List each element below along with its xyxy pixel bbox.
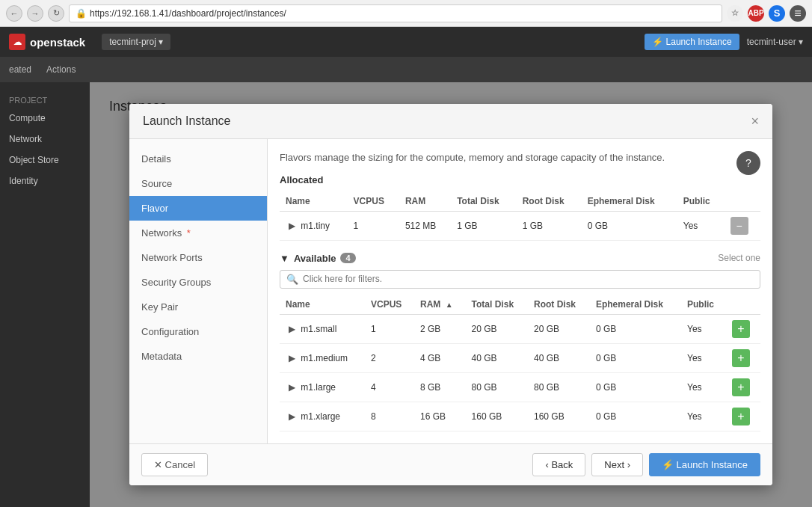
alloc-col-name: Name: [280, 191, 348, 212]
address-bar[interactable]: 🔒 https://192.168.1.41/dashboard/project…: [69, 4, 722, 22]
avail-total-disk: 20 GB: [466, 314, 528, 343]
launch-instance-button[interactable]: ⚡ Launch Instance: [649, 453, 760, 476]
nav-item-configuration[interactable]: Configuration: [129, 319, 267, 344]
avail-add-cell: +: [726, 402, 760, 431]
refresh-button[interactable]: ↻: [48, 5, 64, 22]
expand-button[interactable]: ▶: [286, 324, 298, 334]
sidebar-section-project: Project: [0, 90, 90, 108]
avail-col-name[interactable]: Name: [280, 295, 365, 315]
avail-name: ▶ m1.large: [280, 372, 365, 402]
add-button[interactable]: +: [732, 378, 750, 396]
alloc-col-ram: RAM: [399, 191, 451, 212]
table-row: ▶ m1.large 4 8 GB 80 GB 80 GB 0 GB Yes +: [280, 372, 760, 402]
modal-content: ? Flavors manage the sizing for the comp…: [268, 139, 772, 443]
user-menu[interactable]: tecmint-user ▾: [747, 37, 803, 47]
avail-root-disk: 80 GB: [528, 372, 590, 402]
chevron-down-icon: ▼: [280, 253, 289, 264]
remove-button[interactable]: −: [731, 217, 748, 235]
nav-item-source[interactable]: Source: [129, 171, 267, 196]
back-button[interactable]: ‹ Back: [532, 453, 585, 476]
next-button[interactable]: Next ›: [591, 453, 643, 476]
search-icon: 🔍: [286, 274, 298, 285]
add-button[interactable]: +: [732, 408, 750, 425]
main-area: Project Compute Network Object Store Ide…: [0, 82, 812, 507]
nav-item-flavor[interactable]: Flavor: [129, 196, 267, 221]
cancel-button[interactable]: ✕ Cancel: [141, 453, 208, 476]
avail-public: Yes: [681, 372, 726, 402]
avail-vcpus: 4: [365, 372, 414, 402]
project-selector[interactable]: tecmint-proj ▾: [102, 34, 170, 50]
modal: Launch Instance × Details Source Flavor …: [129, 104, 772, 485]
help-button[interactable]: ?: [736, 151, 760, 175]
avail-ram: 4 GB: [414, 343, 466, 372]
avail-name: ▶ m1.small: [280, 314, 365, 343]
avail-add-cell: +: [726, 372, 760, 402]
alloc-col-vcpus: VCPUS: [348, 191, 399, 212]
alloc-public: Yes: [677, 211, 725, 240]
alloc-col-total-disk: Total Disk: [451, 191, 517, 212]
filter-input[interactable]: [303, 274, 754, 284]
avail-ram: 2 GB: [414, 314, 466, 343]
expand-button[interactable]: ▶: [286, 411, 298, 422]
nav-item-details[interactable]: Details: [129, 147, 267, 171]
ram-sort-icon: ▲: [446, 301, 453, 309]
nav-item-security-groups[interactable]: Security Groups: [129, 270, 267, 295]
alloc-name: ▶ m1.tiny: [280, 211, 348, 240]
sidebar-item-object-store[interactable]: Object Store: [0, 150, 90, 170]
avail-public: Yes: [681, 314, 726, 343]
avail-ram: 16 GB: [414, 402, 466, 431]
modal-header: Launch Instance ×: [129, 104, 772, 139]
modal-close-button[interactable]: ×: [751, 114, 759, 128]
avail-total-disk: 160 GB: [466, 402, 528, 431]
avail-col-total-disk[interactable]: Total Disk: [466, 295, 528, 315]
flavor-description: Flavors manage the sizing for the comput…: [280, 151, 760, 165]
sidebar-item-compute[interactable]: Compute: [0, 108, 90, 129]
header-launch-button[interactable]: ⚡ Launch Instance: [645, 34, 739, 50]
nav-item-key-pair[interactable]: Key Pair: [129, 295, 267, 319]
subheader-created[interactable]: eated: [9, 61, 31, 78]
content-area: Instances Launch Instance × Details Sour…: [90, 82, 812, 507]
alloc-col-root-disk: Root Disk: [517, 191, 582, 212]
nav-item-networks[interactable]: Networks *: [129, 221, 267, 245]
menu-icon[interactable]: ≡: [790, 5, 806, 22]
expand-button[interactable]: ▶: [286, 221, 298, 231]
avail-col-root-disk[interactable]: Root Disk: [528, 295, 590, 315]
expand-button[interactable]: ▶: [286, 382, 298, 393]
sidebar: Project Compute Network Object Store Ide…: [0, 82, 90, 507]
forward-button[interactable]: →: [27, 5, 43, 22]
expand-button[interactable]: ▶: [286, 353, 298, 363]
alloc-root-disk: 1 GB: [517, 211, 582, 240]
alloc-col-public: Public: [677, 191, 725, 212]
available-table: Name VCPUS RAM ▲ Total Disk Root Disk Ep…: [280, 295, 760, 431]
avail-total-disk: 80 GB: [466, 372, 528, 402]
available-header: ▼ Available 4 Select one: [280, 253, 760, 264]
avail-root-disk: 160 GB: [528, 402, 590, 431]
sidebar-item-network[interactable]: Network: [0, 129, 90, 150]
app-name: openstack: [30, 36, 85, 49]
avail-col-vcpus[interactable]: VCPUS: [365, 295, 414, 315]
footer-left: ✕ Cancel: [141, 453, 208, 476]
openstack-icon: ☁: [9, 34, 25, 50]
add-button[interactable]: +: [732, 320, 750, 338]
avail-vcpus: 8: [365, 402, 414, 431]
back-button[interactable]: ←: [6, 5, 22, 22]
avail-ephemeral-disk: 0 GB: [590, 343, 681, 372]
avail-col-public[interactable]: Public: [681, 295, 726, 315]
secure-icon: 🔒: [76, 8, 87, 19]
extension-icon: S: [769, 5, 785, 22]
avail-col-ephemeral[interactable]: Ephemeral Disk: [590, 295, 681, 315]
avail-public: Yes: [681, 402, 726, 431]
nav-item-network-ports[interactable]: Network Ports: [129, 245, 267, 270]
sidebar-item-identity[interactable]: Identity: [0, 170, 90, 191]
modal-nav: Details Source Flavor Networks * Network…: [129, 139, 268, 443]
add-button[interactable]: +: [732, 349, 750, 367]
avail-col-ram[interactable]: RAM ▲: [414, 295, 466, 315]
star-icon[interactable]: ☆: [727, 5, 743, 22]
alloc-col-ephemeral: Ephemeral Disk: [582, 191, 677, 212]
avail-total-disk: 40 GB: [466, 343, 528, 372]
app-subheader: eated Actions: [0, 57, 812, 82]
alloc-remove-cell: −: [725, 211, 760, 240]
subheader-actions[interactable]: Actions: [46, 61, 76, 78]
alloc-col-action: [725, 191, 760, 212]
nav-item-metadata[interactable]: Metadata: [129, 344, 267, 369]
